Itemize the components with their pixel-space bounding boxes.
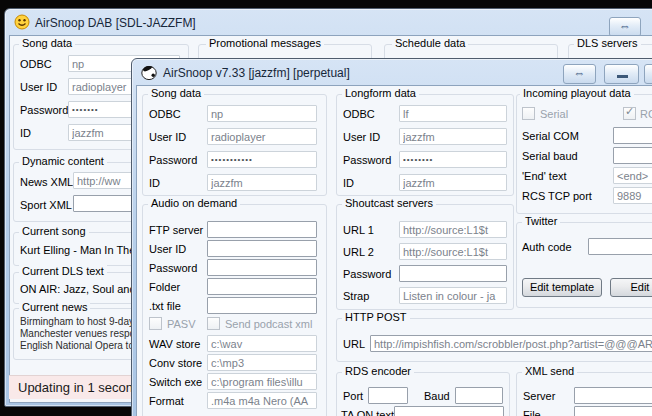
- ftp-server-input[interactable]: [207, 221, 317, 238]
- folder-label: Folder: [149, 281, 180, 293]
- group-label-incoming: Incoming playout data: [520, 87, 634, 100]
- conv-store-label: Conv store: [149, 357, 202, 369]
- aod-password-input[interactable]: [207, 259, 317, 276]
- send-podcast-checkbox[interactable]: [207, 317, 220, 330]
- format-input[interactable]: [207, 392, 317, 409]
- lf-userid-label: User ID: [343, 131, 380, 143]
- ta-on-label: TA ON text: [341, 409, 394, 416]
- check-icon: ✓: [625, 105, 634, 118]
- send-podcast-label: Send podcast xml: [225, 318, 312, 330]
- pasv-checkbox[interactable]: [149, 317, 162, 330]
- group-label-longform: Longform data: [342, 87, 419, 100]
- auth-code-label: Auth code: [522, 241, 572, 253]
- xml-server-label: Server: [523, 390, 555, 402]
- serial-checkbox[interactable]: [522, 107, 535, 120]
- lf-id-input[interactable]: [399, 174, 507, 191]
- minimize-icon: [617, 75, 628, 78]
- group-label-audio: Audio on demand: [148, 197, 240, 210]
- dog-app-icon[interactable]: [140, 63, 158, 81]
- lf-id-label: ID: [343, 177, 354, 189]
- group-label-xml-send: XML send: [522, 365, 577, 378]
- auth-code-input[interactable]: [588, 238, 652, 255]
- lf-password-input[interactable]: [399, 151, 507, 168]
- rcs-label: RCS: [640, 108, 652, 120]
- main-swap-button[interactable]: ⇔: [563, 64, 596, 84]
- lf-odbc-label: ODBC: [343, 108, 375, 120]
- group-label-rds: RDS encoder: [342, 365, 414, 378]
- group-label-twitter: Twitter: [522, 215, 560, 228]
- group-label-song-data: Song data: [148, 87, 204, 100]
- rds-baud-input[interactable]: [455, 387, 503, 404]
- http-url-input[interactable]: [370, 335, 652, 352]
- foreground-window-layer: AirSnoop v7.33 [jazzfm] [perpetual] ⇔ So…: [0, 0, 652, 416]
- xml-file-label: File: [523, 409, 541, 416]
- strap-label: Strap: [343, 290, 369, 302]
- lf-password-label: Password: [343, 154, 391, 166]
- sc-password-input[interactable]: [399, 265, 507, 282]
- switch-exe-input[interactable]: [207, 373, 317, 390]
- url2-input[interactable]: [399, 243, 507, 260]
- rds-port-input[interactable]: [368, 387, 408, 404]
- edit-template-button[interactable]: Edit template: [522, 278, 602, 297]
- rds-baud-label: Baud: [424, 390, 450, 402]
- rcs-checkbox[interactable]: ✓: [623, 107, 636, 120]
- switch-exe-label: Switch exe: [149, 376, 202, 388]
- userid-label: User ID: [149, 131, 186, 143]
- password-label: Password: [149, 154, 197, 166]
- rcs-tcp-port-label: RCS TCP port: [522, 190, 592, 202]
- serial-baud-input[interactable]: [613, 147, 652, 164]
- id-input[interactable]: [207, 174, 317, 191]
- aod-password-label: Password: [149, 262, 197, 274]
- end-text-label: 'End' text: [522, 170, 567, 182]
- maximize-button[interactable]: [644, 64, 652, 84]
- url2-label: URL 2: [343, 246, 374, 258]
- strap-input[interactable]: [399, 287, 507, 304]
- edit-schedule-button[interactable]: Edit sch: [610, 278, 652, 297]
- id-label: ID: [149, 177, 160, 189]
- lf-odbc-input[interactable]: [399, 105, 507, 122]
- wav-store-label: WAV store: [149, 338, 200, 350]
- minimize-button[interactable]: [604, 64, 639, 84]
- url1-input[interactable]: [399, 221, 507, 238]
- rds-port-label: Port: [343, 390, 363, 402]
- swap-icon: ⇔: [574, 66, 586, 80]
- aod-userid-input[interactable]: [207, 240, 317, 257]
- txt-file-label: .txt file: [149, 300, 181, 312]
- serial-com-label: Serial COM: [522, 130, 579, 142]
- rcs-tcp-port-input[interactable]: [613, 187, 652, 204]
- conv-store-input[interactable]: [207, 354, 317, 371]
- aod-userid-label: User ID: [149, 243, 186, 255]
- group-label-shoutcast: Shoutcast servers: [342, 197, 436, 210]
- url1-label: URL 1: [343, 224, 374, 236]
- serial-com-input[interactable]: [613, 127, 652, 144]
- ftp-server-label: FTP server: [149, 224, 203, 236]
- txt-file-input[interactable]: [207, 297, 317, 314]
- xml-file-input[interactable]: [574, 406, 652, 416]
- userid-input[interactable]: [207, 128, 317, 145]
- password-input[interactable]: [207, 151, 317, 168]
- desktop: { "icons": { "swap": "⇔", "check": "✓" }…: [0, 0, 652, 416]
- group-label-http-post: HTTP POST: [342, 311, 410, 324]
- serial-label: Serial: [540, 108, 568, 120]
- end-text-input[interactable]: [613, 167, 652, 184]
- lf-userid-input[interactable]: [399, 128, 507, 145]
- odbc-input[interactable]: [207, 105, 317, 122]
- folder-input[interactable]: [207, 278, 317, 295]
- odbc-label: ODBC: [149, 108, 181, 120]
- ta-on-input[interactable]: [394, 406, 504, 416]
- pasv-label: PASV: [167, 318, 196, 330]
- http-url-label: URL: [343, 338, 365, 350]
- xml-server-input[interactable]: [574, 387, 652, 404]
- wav-store-input[interactable]: [207, 335, 317, 352]
- main-window-title: AirSnoop v7.33 [jazzfm] [perpetual]: [163, 66, 350, 80]
- sc-password-label: Password: [343, 268, 391, 280]
- format-label: Format: [149, 395, 184, 407]
- serial-baud-label: Serial baud: [522, 150, 578, 162]
